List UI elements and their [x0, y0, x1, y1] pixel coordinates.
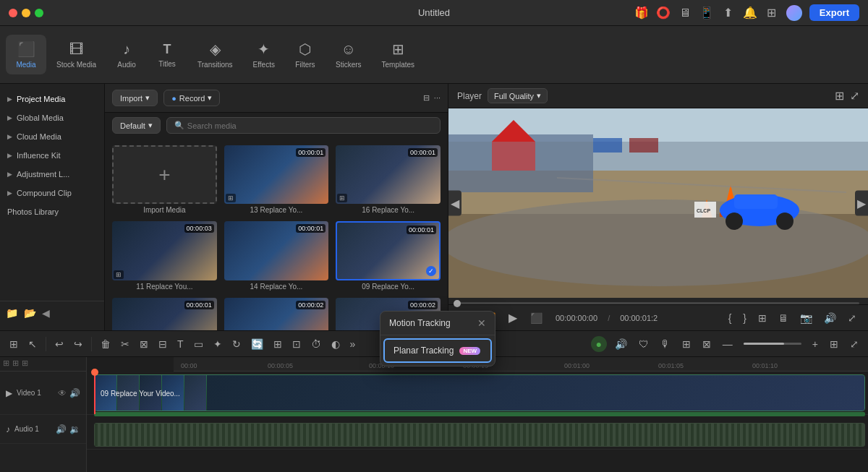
tool-filters[interactable]: ⬡ Filters [285, 35, 326, 74]
media-clip-2[interactable]: 00:00:01 ⊞ 16 Replace Yo... [336, 145, 441, 214]
more-button[interactable]: » [346, 336, 359, 352]
sidebar-item-cloud-media[interactable]: ▶ Cloud Media [0, 127, 104, 146]
add-audio-icon[interactable]: ⊞ [12, 359, 19, 368]
search-input[interactable] [187, 121, 433, 130]
zoom-out-icon[interactable]: — [719, 336, 736, 352]
monitor-icon[interactable]: 🖥 [678, 6, 692, 20]
fullscreen2-icon[interactable]: ⤢ [845, 311, 859, 325]
bracket-right-button[interactable]: } [740, 311, 749, 325]
tool-stickers[interactable]: ☺ Stickers [326, 35, 372, 74]
color-button[interactable]: ◐ [328, 336, 344, 352]
sidebar-item-adjustment[interactable]: ▶ Adjustment L... [0, 165, 104, 184]
quality-button[interactable]: Full Quality ▾ [488, 88, 548, 103]
add-track-icon[interactable]: ⊞ [3, 359, 9, 368]
grid-icon[interactable]: ⊞ [765, 6, 779, 20]
filter-icon[interactable]: ⊟ [423, 93, 430, 103]
video-icon[interactable]: ⊠ [699, 336, 715, 352]
lock-icon[interactable]: 🔊 [69, 388, 80, 398]
default-dropdown[interactable]: Default ▾ [112, 117, 161, 134]
speed-button[interactable]: ⏱ [307, 336, 325, 352]
close-button[interactable] [9, 9, 17, 17]
audio-eye-icon[interactable]: 🔊 [56, 424, 67, 434]
search-box[interactable]: 🔍 [166, 117, 441, 134]
progress-thumb[interactable] [454, 300, 461, 307]
sidebar-item-global-media[interactable]: ▶ Global Media [0, 108, 104, 127]
mic-icon[interactable]: 🎙 [657, 336, 674, 352]
minimize-button[interactable] [22, 9, 30, 17]
video-clip[interactable]: 09 Replace Your Video... 09 Replace Your… [94, 374, 865, 411]
maximize-button[interactable] [35, 9, 43, 17]
notification-icon[interactable]: 🔔 [743, 6, 757, 20]
split-button[interactable]: ⊟ [155, 336, 171, 352]
import-thumb[interactable]: + [112, 145, 217, 204]
split-icon[interactable]: ⊞ [6, 336, 22, 352]
media-clip-4[interactable]: 00:00:01 14 Replace Yo... [224, 221, 329, 290]
import-button[interactable]: Import ▾ [112, 90, 158, 106]
audio-tl-icon[interactable]: 🔊 [611, 336, 631, 352]
tool-transitions[interactable]: ◈ Transitions [187, 35, 243, 74]
import-media-item[interactable]: + Import Media [112, 145, 217, 214]
add-video2-icon[interactable]: ⊞ [22, 359, 28, 368]
media-clip-1[interactable]: 00:00:01 ⊞ 13 Replace Yo... [224, 145, 329, 214]
bracket-left-button[interactable]: { [726, 311, 735, 325]
sidebar-item-photos-library[interactable]: Photos Library [0, 202, 104, 221]
record-tl-button[interactable]: ● [591, 336, 607, 352]
rotate-button[interactable]: ↻ [229, 336, 244, 352]
more-icon[interactable]: ··· [434, 93, 441, 103]
media-clip-6[interactable]: 00:00:01 15 Replace Yo... [112, 298, 217, 330]
crop-button[interactable]: ⊞ [270, 336, 286, 352]
fullscreen-icon[interactable]: ⤢ [850, 89, 859, 103]
sidebar-item-compound-clip[interactable]: ▶ Compound Clip [0, 184, 104, 202]
stop-button[interactable]: ⬛ [527, 311, 545, 325]
collapse-right-button[interactable]: ▶ [855, 191, 868, 216]
volume-icon[interactable]: 🔊 [821, 311, 839, 325]
delete-button[interactable]: 🗑 [97, 336, 114, 352]
undo-button[interactable]: ↩ [51, 336, 67, 352]
eq-icon[interactable]: ⊞ [678, 336, 694, 352]
pip-button[interactable]: ⊡ [289, 336, 305, 352]
close-popup-button[interactable]: ✕ [477, 317, 486, 329]
scissors-button[interactable]: ✂ [117, 336, 133, 352]
audio-vol-icon[interactable]: 🔉 [69, 424, 80, 434]
media-clip-5[interactable]: 00:00:01 ✓ 09 Replace Yo... [336, 221, 441, 290]
tool-effects[interactable]: ✦ Effects [243, 35, 285, 74]
zoom-slider[interactable] [744, 343, 801, 345]
loop-button[interactable]: 🔄 [247, 336, 267, 352]
grid-view-icon[interactable]: ⊞ [835, 89, 844, 103]
pointer-icon[interactable]: ↖ [25, 336, 41, 352]
tool-media[interactable]: ⬛ Media [6, 35, 46, 74]
collapse-icon[interactable]: ◀ [42, 307, 50, 319]
audio-clip[interactable] [94, 423, 865, 447]
play-button[interactable]: ▶ [506, 309, 520, 326]
devices-icon[interactable]: 📱 [699, 6, 714, 20]
shield-icon[interactable]: 🛡 [635, 336, 652, 352]
folder-icon[interactable]: 📁 [6, 307, 18, 319]
media-clip-7[interactable]: 00:00:02 12 Replace You... [224, 298, 329, 330]
zoom-in-icon[interactable]: + [809, 336, 822, 352]
tool-templates[interactable]: ⊞ Templates [372, 35, 425, 74]
eye-icon[interactable]: 👁 [58, 388, 67, 398]
tool-audio[interactable]: ♪ Audio [106, 35, 147, 74]
collapse-left-button[interactable]: ◀ [448, 191, 461, 216]
expand-icon[interactable]: ⤢ [846, 336, 862, 352]
redo-button[interactable]: ↪ [70, 336, 86, 352]
add-folder-icon[interactable]: 📂 [24, 307, 36, 319]
media-clip-3[interactable]: 00:00:03 ⊞ 11 Replace You... [112, 221, 217, 290]
export-button[interactable]: Export [809, 4, 859, 21]
tool-titles[interactable]: T Titles [147, 36, 187, 74]
preview-progress-bar[interactable] [457, 302, 859, 304]
upload-icon[interactable]: ⬆ [721, 6, 736, 20]
avatar[interactable] [786, 5, 802, 21]
monitor2-icon[interactable]: 🖥 [775, 311, 791, 325]
record-button[interactable]: ● Record ▾ [163, 90, 220, 106]
tool-stock-media[interactable]: 🎞 Stock Media [46, 35, 106, 74]
gift-icon[interactable]: 🎁 [634, 6, 649, 20]
magic-button[interactable]: ✦ [210, 336, 226, 352]
planar-tracking-item[interactable]: Planar Tracking NEW [383, 338, 492, 363]
trim-button[interactable]: ⊠ [136, 336, 152, 352]
grid-tl-icon[interactable]: ⊞ [826, 336, 842, 352]
text-button[interactable]: T [174, 336, 187, 352]
sidebar-item-project-media[interactable]: ▶ Project Media [0, 90, 104, 108]
snapshot-icon[interactable]: 📷 [797, 311, 815, 325]
record-circle-icon[interactable]: ⭕ [656, 6, 671, 20]
